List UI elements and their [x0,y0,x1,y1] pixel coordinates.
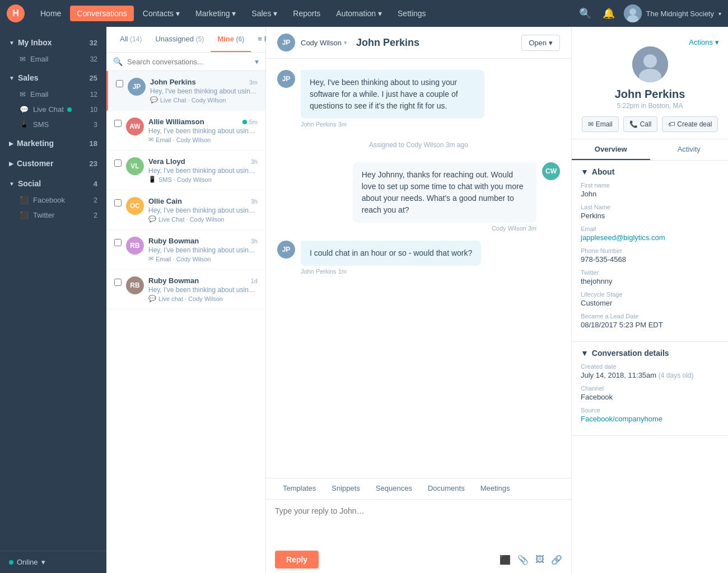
channel-icon: 💬 [148,295,156,302]
reply-tab-templates[interactable]: Templates [275,478,324,499]
sidebar-item-sales-email[interactable]: ✉ Email 12 [0,87,106,102]
tab-mine[interactable]: Mine (6) [211,27,251,52]
nav-settings[interactable]: Settings [391,6,433,21]
conv-name: Ruby Bowman [148,276,199,285]
conv-checkbox[interactable] [114,199,122,206]
reply-tab-documents[interactable]: Documents [420,478,473,499]
nav-home[interactable]: Home [34,6,68,21]
sidebar-marketing-header[interactable]: ▶ Marketing 18 [0,134,106,152]
about-label: About [592,167,614,176]
nav-conversations[interactable]: Conversations [70,6,134,21]
status-chevron-icon: ▾ [549,39,553,47]
nav-sales[interactable]: Sales ▾ [245,6,284,21]
list-item[interactable]: OC Ollie Cain 3h Hey, I've been thinking… [106,190,265,230]
link-icon[interactable]: 🔗 [551,555,562,565]
conv-checkbox[interactable] [114,159,122,167]
create-deal-btn[interactable]: 🏷 Create deal [662,116,718,132]
user-avatar [624,4,642,22]
channel-label: Channel [581,385,719,392]
conv-checkbox[interactable] [114,239,122,246]
reply-tab-snippets[interactable]: Snippets [324,478,368,499]
sidebar-sales-header[interactable]: ▼ Sales 25 [0,69,106,87]
emoji-icon[interactable]: ⬛ [500,555,511,565]
about-section-header[interactable]: ▼ About [581,167,719,176]
right-panel: Actions ▾ John Perkins 5:22pm in Boston,… [571,27,728,573]
search-icon[interactable]: 🔍 [577,5,594,22]
conv-header: Vera Lloyd 3h [148,157,258,166]
nav-marketing[interactable]: Marketing ▾ [189,6,242,21]
phone-label: Phone Number [581,247,719,254]
list-item[interactable]: JP John Perkins 3m Hey, I've been thinki… [106,71,265,111]
field-lifecycle: Lifecycle Stage Customer [581,291,719,307]
list-item[interactable]: RB Ruby Bowman 1d Hey, I've been thinkin… [106,270,265,309]
email-btn-icon: ✉ [588,120,594,128]
list-item[interactable]: AW Allie Williamson 5m Hey, I've been th… [106,111,265,151]
actions-button[interactable]: Actions ▾ [689,38,719,46]
sidebar-myinbox-header[interactable]: ▼ My Inbox 32 [0,34,106,51]
message-bubble: Hey, I've been thinking about to using y… [301,70,484,119]
search-input[interactable] [127,58,255,66]
contact-name: John Perkins [615,88,685,101]
customer-label: Customer [17,159,53,168]
avatar: VL [126,157,144,175]
attachment-icon[interactable]: 📎 [517,555,529,565]
conversations-list: All (14) Unassigned (5) Mine (6) ≡ Filte… [106,27,266,573]
source-label: Source [581,407,719,414]
status-button[interactable]: Open ▾ [521,35,560,51]
facebook-icon: ⬛ [20,196,29,204]
sender-avatar: JP [277,241,295,259]
email-value[interactable]: jappleseed@biglytics.com [581,233,719,242]
sales-count: 25 [90,74,97,82]
call-action-btn[interactable]: 📞 Call [623,116,658,132]
unread-dot [242,120,247,124]
contact-avatar [632,46,668,82]
conv-checkbox[interactable] [114,279,122,286]
notifications-icon[interactable]: 🔔 [600,5,617,22]
conv-details-header[interactable]: ▼ Conversation details [581,349,719,358]
nav-reports[interactable]: Reports [286,6,327,21]
sidebar-item-email-inbox[interactable]: ✉ Email 32 [0,51,106,67]
tab-unassigned[interactable]: Unassigned (5) [148,27,211,52]
assigned-to-selector[interactable]: Cody Wilson ▾ [301,39,347,47]
status-footer[interactable]: Online ▾ [0,551,106,573]
reply-tab-meetings[interactable]: Meetings [473,478,518,499]
field-twitter: Twitter thejohnny [581,269,719,285]
created-date-label: Created date [581,363,719,370]
livechat-icon: 💬 [20,105,29,114]
rp-tabs: Overview Activity [572,139,728,161]
list-item[interactable]: VL Vera Lloyd 3h Hey, I've been thinking… [106,151,265,190]
sidebar-item-livechat[interactable]: 💬 Live Chat 10 [0,102,106,117]
sidebar-customer-header[interactable]: ▶ Customer 23 [0,154,106,172]
tab-overview[interactable]: Overview [572,139,650,160]
reply-button[interactable]: Reply [275,551,319,569]
conv-preview: Hey, I've been thinking about using your… [150,87,258,95]
conv-checkbox[interactable] [116,80,123,87]
tab-all[interactable]: All (14) [113,27,148,52]
source-value[interactable]: Facebook/companyhome [581,415,719,423]
chat-header: JP Cody Wilson ▾ John Perkins Open ▾ [266,27,571,59]
conv-header: Ruby Bowman 3h [148,237,258,245]
email-action-btn[interactable]: ✉ Email [582,116,619,132]
unassigned-count: (5) [196,35,204,43]
firstname-label: First name [581,182,719,189]
image-icon[interactable]: 🖼 [535,555,544,565]
sidebar-item-twitter[interactable]: ⬛ Twitter 2 [0,208,106,223]
reply-input[interactable] [266,500,571,544]
nav-automation[interactable]: Automation ▾ [329,6,389,21]
conv-name: Vera Lloyd [148,157,185,166]
sidebar-social-header[interactable]: ▼ Social 4 [0,175,106,192]
tab-activity[interactable]: Activity [650,139,729,160]
actions-label: Actions [689,38,713,46]
list-item[interactable]: RB Ruby Bowman 3h Hey, I've been thinkin… [106,230,265,270]
user-menu[interactable]: The Midnight Society ▾ [624,4,721,22]
reply-tab-sequences[interactable]: Sequences [368,478,420,499]
sidebar-item-sms[interactable]: 📱 SMS 3 [0,117,106,132]
conv-checkbox[interactable] [114,120,122,127]
sidebar-item-facebook[interactable]: ⬛ Facebook 2 [0,192,106,208]
conv-tabs: All (14) Unassigned (5) Mine (6) ≡ Filte… [106,27,265,53]
avatar: RB [126,237,144,255]
search-filter-btn[interactable]: ▾ [255,57,259,66]
conv-details: Ollie Cain 3h Hey, I've been thinking ab… [148,197,258,223]
logo[interactable]: H [7,4,25,22]
nav-contacts[interactable]: Contacts ▾ [136,6,186,21]
